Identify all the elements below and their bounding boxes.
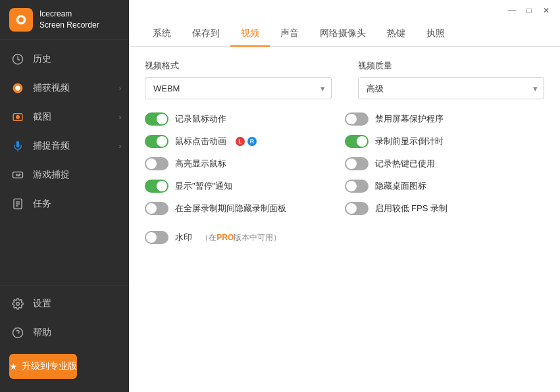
toggle-record-mouse[interactable] xyxy=(145,112,168,126)
toggle-row-hide-tray: 隐藏桌面图标 xyxy=(345,180,545,193)
screenshot-icon xyxy=(11,110,25,124)
video-quality-select[interactable]: 低 中 高级 最高 xyxy=(358,77,545,99)
sidebar-item-history[interactable]: 历史 xyxy=(0,45,129,74)
video-format-select[interactable]: WEBM MP4 AVI MOV xyxy=(145,77,332,99)
sidebar: Icecream Screen Recorder 历史 捕获视频 xyxy=(0,0,129,392)
toggles-right-col: 禁用屏幕保护程序 录制前显示倒计时 记录热键已使用 隐藏桌面图标 启用较低 FP xyxy=(345,112,545,224)
label-hotkey-usable: 记录热键已使用 xyxy=(375,158,435,170)
upgrade-label: 升级到专业版 xyxy=(22,360,77,372)
video-format-select-wrapper: WEBM MP4 AVI MOV xyxy=(145,77,332,99)
sidebar-header: Icecream Screen Recorder xyxy=(0,0,129,39)
label-hide-panel: 在全屏录制期间隐藏录制面板 xyxy=(175,203,286,214)
toggles-grid: 记录鼠标动作 鼠标点击动画 L R 高亮显示鼠标 显示"暂停"通知 xyxy=(145,112,544,224)
format-quality-row: 视频格式 WEBM MP4 AVI MOV 视频质量 低 中 高级 xyxy=(145,60,544,99)
svg-point-17 xyxy=(16,303,20,306)
video-settings-content: 视频格式 WEBM MP4 AVI MOV 视频质量 低 中 高级 xyxy=(129,47,560,392)
sidebar-bottom: 设置 帮助 ★ 升级到专业版 xyxy=(0,285,129,392)
sidebar-label-history: 历史 xyxy=(33,53,51,65)
toggle-low-fps[interactable] xyxy=(345,202,369,215)
toggle-highlight-mouse[interactable] xyxy=(145,157,168,170)
dot-l: L xyxy=(236,137,245,146)
sidebar-label-help: 帮助 xyxy=(33,327,51,339)
capture-audio-icon xyxy=(11,139,25,153)
sidebar-item-game-capture[interactable]: 游戏捕捉 xyxy=(0,160,129,189)
toggle-hide-tray[interactable] xyxy=(345,180,369,193)
label-show-countdown: 录制前显示倒计时 xyxy=(375,135,444,147)
tab-license[interactable]: 执照 xyxy=(416,21,455,46)
watermark-sub-text: （在PRO版本中可用） xyxy=(199,232,281,243)
sidebar-item-help[interactable]: 帮助 xyxy=(0,318,129,347)
video-format-group: 视频格式 WEBM MP4 AVI MOV xyxy=(145,60,332,99)
app-logo xyxy=(9,8,33,32)
tab-hotkeys[interactable]: 热键 xyxy=(376,21,416,46)
tab-save[interactable]: 保存到 xyxy=(182,21,230,46)
label-hide-tray: 隐藏桌面图标 xyxy=(375,180,426,192)
sidebar-item-capture-audio[interactable]: 捕捉音频 › xyxy=(0,132,129,160)
mouse-dots: L R xyxy=(236,137,257,146)
toggle-disable-screensaver[interactable] xyxy=(345,112,369,126)
sidebar-item-capture-video[interactable]: 捕获视频 › xyxy=(0,74,129,103)
toggle-hotkey-usable[interactable] xyxy=(345,157,369,170)
tab-audio[interactable]: 声音 xyxy=(270,21,309,46)
sidebar-item-screenshot[interactable]: 截图 › xyxy=(0,103,129,132)
sidebar-item-tasks[interactable]: 任务 xyxy=(0,189,129,218)
toggle-row-mouse-click: 鼠标点击动画 L R xyxy=(145,135,345,148)
logo-icon xyxy=(14,12,28,27)
label-record-mouse: 记录鼠标动作 xyxy=(175,113,226,125)
video-quality-group: 视频质量 低 中 高级 最高 xyxy=(358,60,545,99)
toggle-row-show-pause: 显示"暂停"通知 xyxy=(145,180,345,193)
sidebar-label-settings: 设置 xyxy=(33,298,51,310)
label-mouse-click-anim: 鼠标点击动画 xyxy=(175,135,226,147)
pro-text: PRO xyxy=(216,233,234,242)
minimize-button[interactable]: — xyxy=(505,3,519,18)
sidebar-label-capture-audio: 捕捉音频 xyxy=(33,140,70,152)
sidebar-item-settings[interactable]: 设置 xyxy=(0,289,129,318)
video-format-label: 视频格式 xyxy=(145,60,332,72)
help-icon xyxy=(11,326,25,340)
maximize-button[interactable]: □ xyxy=(522,3,536,18)
toggle-row-record-mouse: 记录鼠标动作 xyxy=(145,112,345,126)
sidebar-label-tasks: 任务 xyxy=(33,198,51,210)
toggle-row-show-countdown: 录制前显示倒计时 xyxy=(345,135,545,148)
tasks-icon xyxy=(11,197,25,211)
tab-video[interactable]: 视频 xyxy=(230,21,270,46)
video-quality-label: 视频质量 xyxy=(358,60,545,72)
toggle-row-watermark: 水印 （在PRO版本中可用） xyxy=(145,231,544,244)
app-title: Icecream Screen Recorder xyxy=(39,9,99,31)
label-low-fps: 启用较低 FPS 录制 xyxy=(375,203,448,214)
toggle-row-hide-panel: 在全屏录制期间隐藏录制面板 xyxy=(145,202,345,215)
settings-icon xyxy=(11,297,25,311)
label-disable-screensaver: 禁用屏幕保护程序 xyxy=(375,113,444,125)
tab-webcam[interactable]: 网络摄像头 xyxy=(309,21,376,46)
arrow-icon-capture-audio: › xyxy=(119,143,121,150)
label-watermark: 水印 xyxy=(175,232,192,243)
sidebar-label-game-capture: 游戏捕捉 xyxy=(33,169,70,181)
sidebar-label-screenshot: 截图 xyxy=(33,111,51,123)
toggles-left-col: 记录鼠标动作 鼠标点击动画 L R 高亮显示鼠标 显示"暂停"通知 xyxy=(145,112,345,224)
svg-point-6 xyxy=(16,116,20,119)
toggle-show-countdown[interactable] xyxy=(345,135,369,148)
close-button[interactable]: ✕ xyxy=(539,3,553,18)
sidebar-nav: 历史 捕获视频 › 截图 › xyxy=(0,39,129,285)
toggle-row-hotkey-usable: 记录热键已使用 xyxy=(345,157,545,170)
toggle-hide-panel[interactable] xyxy=(145,202,168,215)
tab-system[interactable]: 系统 xyxy=(142,21,182,46)
toggle-row-low-fps: 启用较低 FPS 录制 xyxy=(345,202,545,215)
capture-video-icon xyxy=(11,81,25,95)
svg-point-4 xyxy=(15,86,20,91)
star-icon: ★ xyxy=(9,361,18,372)
toggle-row-disable-screensaver: 禁用屏幕保护程序 xyxy=(345,112,545,126)
label-show-pause: 显示"暂停"通知 xyxy=(175,180,232,192)
toggle-show-pause[interactable] xyxy=(145,180,168,193)
game-capture-icon xyxy=(11,168,25,182)
arrow-icon-capture-video: › xyxy=(119,85,121,92)
toggle-watermark[interactable] xyxy=(145,231,168,244)
dot-r: R xyxy=(247,137,257,146)
svg-point-1 xyxy=(18,17,23,22)
toggle-mouse-click-anim[interactable] xyxy=(145,135,168,148)
upgrade-button[interactable]: ★ 升级到专业版 xyxy=(9,354,77,379)
settings-tabs: 系统 保存到 视频 声音 网络摄像头 热键 执照 xyxy=(129,21,560,47)
svg-point-12 xyxy=(18,175,20,176)
history-icon xyxy=(11,52,25,66)
toggle-row-highlight-mouse: 高亮显示鼠标 xyxy=(145,157,345,170)
